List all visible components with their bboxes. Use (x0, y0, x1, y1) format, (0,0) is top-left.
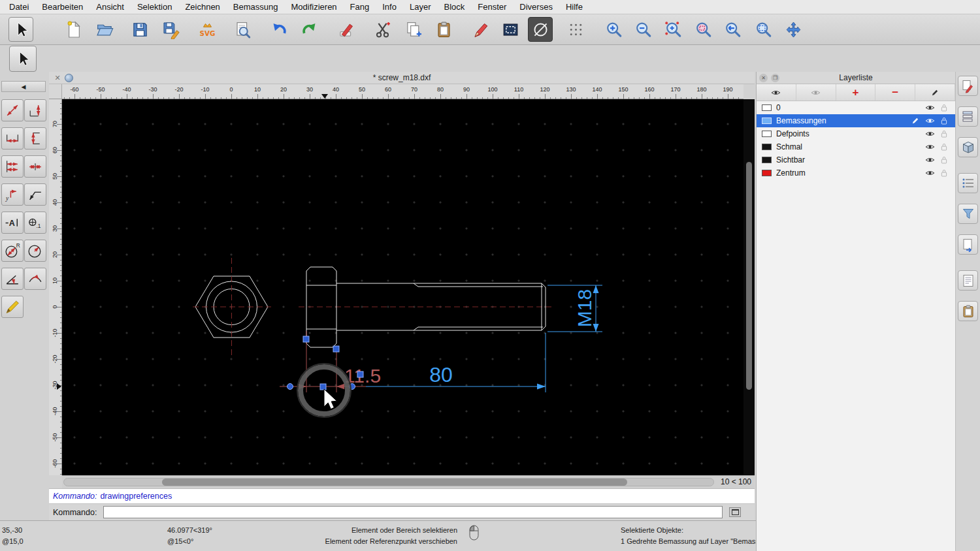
layer-lock-icon[interactable] (937, 117, 951, 125)
pointer-tool-button[interactable] (9, 46, 37, 72)
open-file-button[interactable] (92, 17, 117, 42)
layer-color-swatch[interactable] (762, 131, 772, 137)
edit-layer-icon[interactable] (908, 117, 923, 125)
dim-vertical-button[interactable] (24, 127, 46, 150)
close-document-icon[interactable]: ✕ (53, 73, 62, 82)
redo-button[interactable] (297, 17, 321, 42)
palette-back-button[interactable]: ◀ (1, 81, 46, 92)
dim-label-button[interactable] (1, 296, 24, 318)
dim-leader-button[interactable] (24, 183, 46, 206)
dim-linear-button[interactable] (24, 99, 46, 121)
dim-angle-button[interactable] (1, 268, 24, 290)
dim-arc-button[interactable] (24, 268, 46, 290)
command-input[interactable] (103, 506, 723, 518)
view-list-button[interactable] (958, 173, 978, 193)
drawing-canvas[interactable]: 11.5 80 M18 (62, 99, 743, 475)
draw-pen-button[interactable] (468, 17, 493, 42)
layer-color-swatch[interactable] (762, 144, 772, 150)
menu-item-ansicht[interactable]: Ansicht (90, 0, 131, 14)
library-browser-button[interactable] (958, 234, 978, 255)
save-button[interactable] (127, 17, 152, 42)
reset-tool-button[interactable] (528, 17, 553, 42)
dim-thread-label[interactable]: M18 (574, 289, 595, 327)
layer-row-schmal[interactable]: Schmal (757, 140, 955, 153)
centerlines[interactable] (193, 258, 554, 358)
edit-layer-button[interactable] (915, 84, 955, 101)
menu-item-diverses[interactable]: Diverses (513, 0, 559, 14)
dim-angular-button[interactable]: A (1, 212, 24, 234)
paste-button[interactable] (431, 17, 456, 42)
menu-item-bemassung[interactable]: Bemassung (227, 0, 285, 14)
layer-visible-icon[interactable] (923, 170, 937, 176)
layer-row-bemassungen[interactable]: Bemassungen (757, 114, 955, 127)
dim-radius-button[interactable] (24, 240, 46, 262)
svg-export-button[interactable]: SVG (195, 17, 220, 42)
layer-lock-icon[interactable] (937, 104, 951, 112)
block-list-button[interactable] (958, 137, 978, 157)
layer-color-swatch[interactable] (762, 104, 772, 111)
auto-zoom-button[interactable] (661, 17, 685, 42)
previous-view-button[interactable] (720, 17, 745, 42)
add-layer-button[interactable]: + (836, 84, 876, 101)
layer-visible-icon[interactable] (923, 131, 937, 137)
layer-lock-icon[interactable] (937, 169, 951, 177)
layer-row-zentrum[interactable]: Zentrum (757, 166, 955, 180)
command-panel-toggle-button[interactable] (729, 507, 741, 517)
zoom-in-button[interactable] (601, 17, 626, 42)
menu-item-zeichnen[interactable]: Zeichnen (178, 0, 226, 14)
layer-color-swatch[interactable] (762, 170, 772, 176)
dim-tolerance-button[interactable]: .1 (24, 212, 46, 234)
zoom-window-button[interactable] (751, 17, 776, 42)
dim-length-80[interactable] (366, 333, 546, 392)
dim-diameter-button[interactable]: R (1, 240, 24, 262)
menu-item-layer[interactable]: Layer (403, 0, 438, 14)
layer-visible-icon[interactable] (923, 157, 937, 163)
menu-item-info[interactable]: Info (376, 0, 403, 14)
layer-list-button[interactable] (958, 106, 978, 127)
command-history-button[interactable] (958, 270, 978, 291)
zoom-selection-button[interactable] (691, 17, 715, 42)
dim-baseline-button[interactable] (1, 155, 24, 178)
detach-panel-icon[interactable]: ❐ (771, 74, 779, 82)
selection-mode-button[interactable] (498, 17, 523, 42)
clipboard-panel-button[interactable] (958, 301, 978, 321)
menu-item-fenster[interactable]: Fenster (471, 0, 513, 14)
copy-button[interactable] (401, 17, 426, 42)
property-editor-button[interactable] (958, 76, 978, 96)
dim-continue-button[interactable] (24, 155, 46, 178)
hide-all-layers-button[interactable] (796, 84, 836, 101)
layer-lock-icon[interactable] (937, 156, 951, 164)
cut-button[interactable] (370, 17, 395, 42)
save-as-button[interactable] (158, 17, 183, 42)
layer-color-swatch[interactable] (762, 157, 772, 163)
zoom-out-button[interactable] (630, 17, 655, 42)
dim-ordinate-button[interactable]: y (1, 183, 24, 206)
layer-lock-icon[interactable] (937, 143, 951, 151)
dim-horizontal-button[interactable] (1, 127, 24, 150)
horizontal-scrollbar[interactable] (63, 478, 714, 486)
dim-aligned-button[interactable] (1, 99, 24, 121)
layer-visible-icon[interactable] (923, 104, 937, 111)
pointer-button[interactable] (8, 17, 33, 42)
undo-button[interactable] (267, 17, 291, 42)
drawing-svg[interactable]: 11.5 80 M18 (62, 99, 743, 475)
vertical-scrollbar[interactable] (743, 99, 755, 475)
grid-toggle-button[interactable] (563, 17, 588, 42)
layer-row-0[interactable]: 0 (757, 101, 955, 114)
menu-item-fang[interactable]: Fang (344, 0, 376, 14)
remove-layer-button[interactable]: − (875, 84, 915, 101)
pan-button[interactable] (781, 17, 806, 42)
show-all-layers-button[interactable] (757, 84, 796, 101)
menu-item-datei[interactable]: Datei (3, 0, 35, 14)
layer-visible-icon[interactable] (923, 118, 937, 124)
menu-item-bearbeiten[interactable]: Bearbeiten (35, 0, 90, 14)
menu-item-selektion[interactable]: Selektion (131, 0, 178, 14)
layer-visible-icon[interactable] (923, 144, 937, 150)
new-file-button[interactable] (61, 17, 86, 42)
dim-length-label[interactable]: 80 (429, 363, 453, 386)
eraser-button[interactable] (334, 17, 359, 42)
layer-lock-icon[interactable] (937, 130, 951, 138)
print-preview-button[interactable] (230, 17, 255, 42)
layer-row-sichtbar[interactable]: Sichtbar (757, 153, 955, 166)
layer-color-swatch[interactable] (762, 118, 772, 124)
